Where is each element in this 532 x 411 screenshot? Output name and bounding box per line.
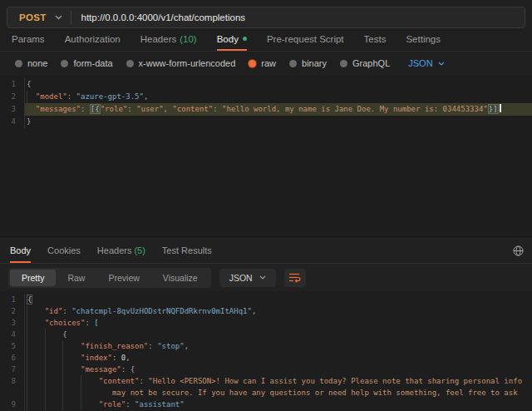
headers-count: (5) [134,245,145,255]
view-pretty[interactable]: Pretty [10,270,56,286]
mode-binary[interactable]: binary [289,58,327,68]
indent-guide [62,399,81,410]
tab-label: Tests [364,34,387,44]
code-line: 2"model": "azure-gpt-3.5", [0,91,532,103]
code-line: 3"choices": [ [0,317,532,329]
globe-icon[interactable] [513,245,524,260]
indent-guide [45,399,63,410]
code-token: { [27,80,31,88]
tab-body[interactable]: Body [217,29,247,51]
line-number [0,387,25,399]
indent-guide [27,340,45,352]
code-token: "finish_reason" [81,342,148,350]
tab-params[interactable]: Params [12,29,45,51]
indent-guide [27,364,45,375]
chevron-down-icon [259,275,266,280]
mode-none[interactable]: none [15,58,47,68]
response-tab-cookies[interactable]: Cookies [47,239,81,263]
code-token: "content" [99,377,140,385]
code-token: : [121,365,131,374]
indent-guide [27,317,45,329]
code-line: 9"role": "assistant" [0,399,532,410]
code-token: "chatcmpl-8qvUzHODstrNQFDdRkrnv0mItAHq1" [71,307,252,315]
content-type-dropdown[interactable]: JSON [408,58,444,68]
code-token: : [127,105,136,113]
code-line: 6"index": 0, [0,352,532,364]
view-preview[interactable]: Preview [96,270,150,286]
tab-label: Body [10,245,31,255]
request-tabs: Params Authorization Headers(10) Body Pr… [0,28,532,52]
tab-label: Body [217,34,239,44]
mode-label: raw [261,58,276,68]
view-raw[interactable]: Raw [56,270,96,286]
mode-x-www-form-urlencoded[interactable]: x-www-form-urlencoded [126,58,236,68]
line-number: 1 [0,294,25,305]
tab-settings[interactable]: Settings [406,29,441,51]
code-token: , [164,105,173,113]
mode-label: x-www-form-urlencoded [139,58,236,68]
request-body-editor[interactable]: 1{2"model": "azure-gpt-3.5",3"messages":… [0,75,532,236]
code-token [99,389,112,397]
view-switcher: Pretty Raw Preview Visualize [8,268,211,288]
line-number: 4 [0,116,25,128]
code-token: , [252,307,256,315]
mode-raw[interactable]: raw [249,58,276,68]
view-visualize[interactable]: Visualize [151,270,209,286]
indent-guide [45,329,63,340]
indent-guide [45,352,63,364]
tab-label: Settings [406,34,441,44]
content-type-label: JSON [408,58,432,68]
unsaved-changes-dot-icon [243,37,247,41]
tab-tests[interactable]: Tests [364,29,387,51]
code-token: "id" [45,307,63,315]
line-number: 2 [0,305,25,317]
code-token: : [112,354,121,362]
code-line: 2"id": "chatcmpl-8qvUzHODstrNQFDdRkrnv0m… [0,305,532,317]
code-token: , [144,92,148,101]
code-token: may not be secure. If you have any quest… [112,389,518,397]
line-number: 7 [0,364,25,375]
response-tab-test-results[interactable]: Test Results [162,239,212,263]
code-token: "role" [99,400,126,409]
code-line: 1{ [0,294,532,305]
response-tabs: Body Cookies Headers(5) Test Results [0,236,532,264]
response-body-viewer[interactable]: 1{2"id": "chatcmpl-8qvUzHODstrNQFDdRkrnv… [0,291,532,411]
indent-guide [27,375,45,387]
chevron-down-icon[interactable] [55,15,62,20]
code-token: "stop" [157,342,185,350]
response-tab-headers[interactable]: Headers(5) [97,239,145,263]
tab-headers[interactable]: Headers(10) [140,29,197,51]
tab-label: Headers [140,34,176,44]
line-number: 8 [0,375,25,387]
line-number: 5 [0,340,25,352]
tab-pre-request-script[interactable]: Pre-request Script [267,29,344,51]
wrap-text-button[interactable] [284,269,306,287]
code-token: : [148,342,157,350]
indent-guide [62,387,81,399]
response-toolbar: Pretty Raw Preview Visualize JSON [0,264,532,291]
response-format-dropdown[interactable]: JSON [219,269,276,287]
code-token: : [139,377,148,385]
response-tab-body[interactable]: Body [10,239,31,263]
indent-guide [27,329,45,340]
code-token: { [27,295,32,305]
mode-graphql[interactable]: GraphQL [340,58,390,68]
code-token: "user" [136,105,164,113]
mode-label: GraphQL [352,58,390,68]
indent-guide [27,352,45,364]
indent-guide [27,399,45,410]
indent-guide [62,375,81,387]
code-token: "message" [81,365,121,374]
mode-form-data[interactable]: form-data [61,58,112,68]
indent-guide [45,364,63,375]
indent-guide [45,340,63,352]
url-input[interactable]: http://0.0.0.0:4000/v1/chat/completions [71,12,246,22]
method-selector[interactable]: POST [7,12,55,22]
code-token: "choices" [45,319,86,327]
code-token: : [213,105,222,113]
code-token: : [67,92,76,101]
headers-count: (10) [180,34,196,44]
mode-label: none [27,58,47,68]
tab-authorization[interactable]: Authorization [65,29,121,51]
indent-guide [27,387,45,399]
